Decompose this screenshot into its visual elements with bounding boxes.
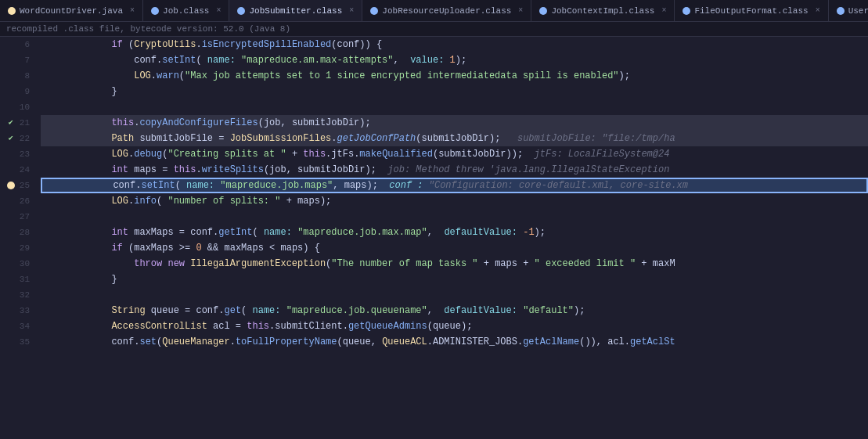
code-line-23: LOG.debug("Creating splits at " + this.j… xyxy=(41,146,868,162)
gutter-30 xyxy=(5,258,16,269)
line-numbers: 6 7 8 9 10 ✔ 21 ✔ 22 xyxy=(0,37,41,437)
class-file-icon xyxy=(151,7,159,15)
code-line-26: LOG.info( "number of splits: " + maps); xyxy=(41,193,868,209)
tab-label: UserGroupInformation.class xyxy=(848,6,868,16)
code-line-24: int maps = this.writeSplits(job, submitJ… xyxy=(41,162,868,178)
code-line-6: if (CryptoUtils.isEncryptedSpillEnabled(… xyxy=(41,37,868,52)
line-number-31: 31 xyxy=(0,272,34,287)
tab-usergroupinformation[interactable]: UserGroupInformation.class × xyxy=(829,0,868,21)
code-line-28: int maxMaps = conf.getInt( name: "mapred… xyxy=(41,225,868,240)
code-line-21: this.copyAndConfigureFiles(job, submitJo… xyxy=(41,115,868,131)
line-number-29: 29 xyxy=(0,240,34,256)
gutter-29 xyxy=(5,243,16,254)
line-number-34: 34 xyxy=(0,318,34,334)
tab-label: WordCountDriver.java xyxy=(20,6,123,16)
gutter-34 xyxy=(5,321,16,332)
tab-job[interactable]: Job.class × xyxy=(143,0,229,21)
tab-wordcountdriver[interactable]: WordCountDriver.java × xyxy=(0,0,143,21)
code-line-27 xyxy=(41,209,868,225)
gutter-32 xyxy=(5,290,16,300)
gutter-25 xyxy=(5,180,16,191)
tab-label: JobResourceUploader.class xyxy=(382,6,511,16)
line-number-7: 7 xyxy=(0,52,34,68)
code-line-29: if (maxMaps >= 0 && maxMaps < maps) { xyxy=(41,240,868,256)
gutter-8 xyxy=(10,70,21,81)
line-number-6: 6 xyxy=(0,37,34,52)
line-number-22: ✔ 22 xyxy=(0,131,34,146)
code-line-25: conf.setInt( name: "mapreduce.job.maps",… xyxy=(41,178,868,193)
gutter-31 xyxy=(5,274,16,285)
line-number-32: 32 xyxy=(0,287,34,303)
tab-label: JobSubmitter.class xyxy=(249,6,342,16)
java-file-icon xyxy=(8,7,16,15)
tab-jobsubmitter[interactable]: JobSubmitter.class × xyxy=(229,0,362,21)
close-icon[interactable]: × xyxy=(661,6,666,15)
line-number-10: 10 xyxy=(0,99,34,115)
code-area: 6 7 8 9 10 ✔ 21 ✔ 22 xyxy=(0,37,868,437)
close-icon[interactable]: × xyxy=(216,6,221,15)
code-content[interactable]: if (CryptoUtils.isEncryptedSpillEnabled(… xyxy=(41,37,868,437)
gutter-28 xyxy=(5,227,16,238)
code-line-31: } xyxy=(41,272,868,287)
gutter-22: ✔ xyxy=(5,133,16,144)
close-icon[interactable]: × xyxy=(518,6,523,15)
class-file-icon xyxy=(370,7,378,15)
line-number-33: 33 xyxy=(0,303,34,318)
info-text: recompiled .class file, bytecode version… xyxy=(6,24,290,34)
tab-jobresourceuploader[interactable]: JobResourceUploader.class × xyxy=(362,0,531,21)
gutter-26 xyxy=(5,196,16,207)
line-number-23: 23 xyxy=(0,146,34,162)
line-number-25: 25 xyxy=(0,178,34,193)
code-line-10 xyxy=(41,99,868,115)
class-file-icon xyxy=(539,7,547,15)
line-number-26: 26 xyxy=(0,193,34,209)
tab-label: Job.class xyxy=(163,6,209,16)
class-file-icon xyxy=(837,7,845,15)
gutter-35 xyxy=(5,336,16,347)
class-file-icon xyxy=(237,7,245,15)
line-number-30: 30 xyxy=(0,256,34,272)
line-number-24: 24 xyxy=(0,162,34,178)
code-line-7: conf.setInt( name: "mapreduce.am.max-att… xyxy=(41,52,868,68)
code-line-9: } xyxy=(41,84,868,99)
gutter-9 xyxy=(10,86,21,97)
line-number-27: 27 xyxy=(0,209,34,225)
warning-icon xyxy=(7,182,15,189)
code-line-8: LOG.warn("Max job attempts set to 1 sinc… xyxy=(41,68,868,84)
code-line-34: AccessControlList acl = this.submitClien… xyxy=(41,318,868,334)
gutter-10 xyxy=(5,102,16,113)
code-line-33: String queue = conf.get( name: "mapreduc… xyxy=(41,303,868,318)
line-number-35: 35 xyxy=(0,334,34,350)
close-icon[interactable]: × xyxy=(349,6,354,15)
checkmark-icon: ✔ xyxy=(9,131,13,146)
code-line-30: throw new IllegalArgumentException("The … xyxy=(41,256,868,272)
tab-label: FileOutputFormat.class xyxy=(694,6,808,16)
tab-jobcontextimpl[interactable]: JobContextImpl.class × xyxy=(531,0,675,21)
close-icon[interactable]: × xyxy=(130,6,135,15)
checkmark-icon: ✔ xyxy=(9,115,13,131)
code-line-35: conf.set(QueueManager.toFullPropertyName… xyxy=(41,334,868,350)
line-number-8: 8 xyxy=(0,68,34,84)
gutter-24 xyxy=(5,164,16,175)
code-line-22: Path submitJobFile = JobSubmissionFiles.… xyxy=(41,131,868,146)
gutter-27 xyxy=(5,211,16,222)
tab-label: JobContextImpl.class xyxy=(551,6,654,16)
gutter-23 xyxy=(5,149,16,160)
tab-fileoutputformat[interactable]: FileOutputFormat.class × xyxy=(675,0,828,21)
gutter-7 xyxy=(10,55,21,66)
gutter-21: ✔ xyxy=(5,117,16,128)
gutter-6 xyxy=(10,39,21,50)
close-icon[interactable]: × xyxy=(816,6,820,15)
line-number-28: 28 xyxy=(0,225,34,240)
tab-bar: WordCountDriver.java × Job.class × JobSu… xyxy=(0,0,868,22)
info-bar: recompiled .class file, bytecode version… xyxy=(0,22,868,37)
line-number-21: ✔ 21 xyxy=(0,115,34,131)
gutter-33 xyxy=(5,305,16,316)
class-file-icon xyxy=(683,7,690,15)
line-number-9: 9 xyxy=(0,84,34,99)
code-line-32 xyxy=(41,287,868,303)
